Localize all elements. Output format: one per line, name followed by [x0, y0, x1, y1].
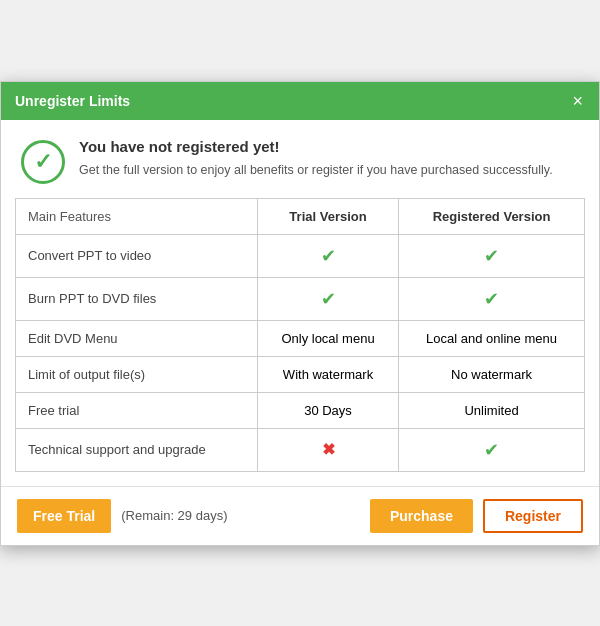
trial-cell: ✔ [257, 277, 398, 320]
register-button[interactable]: Register [483, 499, 583, 533]
registered-cell: ✔ [399, 428, 585, 471]
feature-cell: Free trial [16, 392, 258, 428]
check-circle-icon: ✓ [21, 140, 65, 184]
check-icon: ✔ [484, 440, 499, 460]
col-trial-header: Trial Version [257, 198, 398, 234]
table-row: Limit of output file(s)With watermarkNo … [16, 356, 585, 392]
remain-text: (Remain: 29 days) [121, 508, 360, 523]
check-icon: ✔ [484, 289, 499, 309]
feature-cell: Edit DVD Menu [16, 320, 258, 356]
feature-cell: Burn PPT to DVD files [16, 277, 258, 320]
check-icon: ✔ [321, 289, 336, 309]
close-button[interactable]: × [570, 92, 585, 110]
registered-cell: Local and online menu [399, 320, 585, 356]
footer: Free Trial (Remain: 29 days) Purchase Re… [1, 486, 599, 545]
trial-cell: ✖ [257, 428, 398, 471]
header-description: Get the full version to enjoy all benefi… [79, 161, 553, 180]
dialog: Unregister Limits × ✓ You have not regis… [0, 81, 600, 546]
header-section: ✓ You have not registered yet! Get the f… [1, 120, 599, 198]
trial-cell: 30 Days [257, 392, 398, 428]
table-row: Burn PPT to DVD files✔✔ [16, 277, 585, 320]
check-icon: ✔ [321, 246, 336, 266]
table-row: Technical support and upgrade✖✔ [16, 428, 585, 471]
trial-cell: ✔ [257, 234, 398, 277]
col-features-header: Main Features [16, 198, 258, 234]
check-icon: ✔ [484, 246, 499, 266]
check-mark: ✓ [34, 149, 52, 175]
trial-cell: Only local menu [257, 320, 398, 356]
title-bar: Unregister Limits × [1, 82, 599, 120]
feature-cell: Technical support and upgrade [16, 428, 258, 471]
free-trial-button[interactable]: Free Trial [17, 499, 111, 533]
header-heading: You have not registered yet! [79, 138, 553, 155]
col-registered-header: Registered Version [399, 198, 585, 234]
registered-cell: Unlimited [399, 392, 585, 428]
registered-cell: ✔ [399, 234, 585, 277]
table-row: Convert PPT to video✔✔ [16, 234, 585, 277]
table-header-row: Main Features Trial Version Registered V… [16, 198, 585, 234]
trial-cell: With watermark [257, 356, 398, 392]
feature-cell: Limit of output file(s) [16, 356, 258, 392]
table-row: Free trial30 DaysUnlimited [16, 392, 585, 428]
registered-cell: No watermark [399, 356, 585, 392]
dialog-title: Unregister Limits [15, 93, 130, 109]
feature-cell: Convert PPT to video [16, 234, 258, 277]
header-text: You have not registered yet! Get the ful… [79, 138, 553, 180]
features-table-container: Main Features Trial Version Registered V… [1, 198, 599, 472]
registered-cell: ✔ [399, 277, 585, 320]
x-icon: ✖ [322, 441, 335, 458]
features-table: Main Features Trial Version Registered V… [15, 198, 585, 472]
purchase-button[interactable]: Purchase [370, 499, 473, 533]
table-row: Edit DVD MenuOnly local menuLocal and on… [16, 320, 585, 356]
